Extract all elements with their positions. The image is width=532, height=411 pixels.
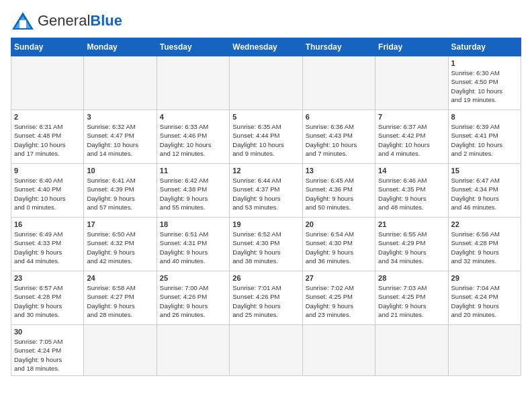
calendar-cell <box>157 56 229 110</box>
calendar-cell: 8Sunrise: 6:39 AM Sunset: 4:41 PM Daylig… <box>448 110 521 164</box>
day-number: 8 <box>451 113 518 121</box>
calendar-cell: 18Sunrise: 6:51 AM Sunset: 4:31 PM Dayli… <box>157 218 229 271</box>
calendar: SundayMondayTuesdayWednesdayThursdayFrid… <box>11 38 521 376</box>
calendar-cell: 2Sunrise: 6:31 AM Sunset: 4:48 PM Daylig… <box>11 110 84 164</box>
calendar-cell: 23Sunrise: 6:57 AM Sunset: 4:28 PM Dayli… <box>11 271 84 325</box>
calendar-cell: 25Sunrise: 7:00 AM Sunset: 4:26 PM Dayli… <box>157 271 229 325</box>
calendar-cell: 20Sunrise: 6:54 AM Sunset: 4:30 PM Dayli… <box>302 218 375 271</box>
day-info: Sunrise: 6:40 AM Sunset: 4:40 PM Dayligh… <box>14 176 81 212</box>
calendar-cell: 27Sunrise: 7:02 AM Sunset: 4:25 PM Dayli… <box>302 271 375 325</box>
calendar-cell <box>375 56 448 110</box>
calendar-cell <box>84 325 157 376</box>
day-info: Sunrise: 6:54 AM Sunset: 4:30 PM Dayligh… <box>306 230 372 265</box>
calendar-cell <box>302 56 375 110</box>
day-info: Sunrise: 6:55 AM Sunset: 4:29 PM Dayligh… <box>378 230 445 265</box>
day-info: Sunrise: 6:49 AM Sunset: 4:33 PM Dayligh… <box>14 230 81 265</box>
day-info: Sunrise: 6:46 AM Sunset: 4:35 PM Dayligh… <box>378 176 445 212</box>
logo-text: GeneralBlue <box>38 13 122 28</box>
weekday-header-monday: Monday <box>84 38 157 56</box>
calendar-cell: 12Sunrise: 6:44 AM Sunset: 4:37 PM Dayli… <box>230 164 302 218</box>
day-info: Sunrise: 6:45 AM Sunset: 4:36 PM Dayligh… <box>306 176 372 212</box>
calendar-cell <box>375 325 448 376</box>
day-info: Sunrise: 6:47 AM Sunset: 4:34 PM Dayligh… <box>451 176 518 212</box>
day-number: 27 <box>306 274 372 282</box>
calendar-cell: 3Sunrise: 6:32 AM Sunset: 4:47 PM Daylig… <box>84 110 157 164</box>
day-info: Sunrise: 7:05 AM Sunset: 4:24 PM Dayligh… <box>14 337 81 373</box>
day-number: 22 <box>451 220 518 228</box>
day-number: 3 <box>87 113 153 121</box>
day-number: 1 <box>451 59 518 67</box>
calendar-cell: 5Sunrise: 6:35 AM Sunset: 4:44 PM Daylig… <box>230 110 302 164</box>
svg-rect-2 <box>19 20 26 28</box>
calendar-cell: 19Sunrise: 6:52 AM Sunset: 4:30 PM Dayli… <box>230 218 302 271</box>
calendar-cell: 10Sunrise: 6:41 AM Sunset: 4:39 PM Dayli… <box>84 164 157 218</box>
weekday-header-saturday: Saturday <box>448 38 521 56</box>
calendar-cell: 4Sunrise: 6:33 AM Sunset: 4:46 PM Daylig… <box>157 110 229 164</box>
day-info: Sunrise: 6:51 AM Sunset: 4:31 PM Dayligh… <box>160 230 226 265</box>
day-number: 19 <box>232 220 299 228</box>
day-info: Sunrise: 7:04 AM Sunset: 4:24 PM Dayligh… <box>451 283 518 319</box>
day-number: 10 <box>87 167 153 175</box>
day-number: 14 <box>378 167 445 175</box>
calendar-cell: 24Sunrise: 6:58 AM Sunset: 4:27 PM Dayli… <box>84 271 157 325</box>
calendar-header-row: SundayMondayTuesdayWednesdayThursdayFrid… <box>11 38 521 56</box>
day-info: Sunrise: 6:52 AM Sunset: 4:30 PM Dayligh… <box>232 230 299 265</box>
day-info: Sunrise: 6:39 AM Sunset: 4:41 PM Dayligh… <box>451 122 518 158</box>
day-info: Sunrise: 6:32 AM Sunset: 4:47 PM Dayligh… <box>87 122 153 158</box>
calendar-cell <box>230 325 302 376</box>
calendar-week-row: 16Sunrise: 6:49 AM Sunset: 4:33 PM Dayli… <box>11 218 521 271</box>
day-info: Sunrise: 6:44 AM Sunset: 4:37 PM Dayligh… <box>232 176 299 212</box>
calendar-cell: 7Sunrise: 6:37 AM Sunset: 4:42 PM Daylig… <box>375 110 448 164</box>
day-number: 17 <box>87 220 153 228</box>
calendar-cell: 26Sunrise: 7:01 AM Sunset: 4:26 PM Dayli… <box>230 271 302 325</box>
day-info: Sunrise: 6:37 AM Sunset: 4:42 PM Dayligh… <box>378 122 445 158</box>
day-number: 5 <box>232 113 299 121</box>
weekday-header-sunday: Sunday <box>11 38 84 56</box>
calendar-cell: 6Sunrise: 6:36 AM Sunset: 4:43 PM Daylig… <box>302 110 375 164</box>
day-number: 2 <box>14 113 81 121</box>
day-number: 4 <box>160 113 226 121</box>
day-number: 20 <box>306 220 372 228</box>
day-number: 29 <box>451 274 518 282</box>
calendar-cell: 1Sunrise: 6:30 AM Sunset: 4:50 PM Daylig… <box>448 56 521 110</box>
logo-icon <box>11 11 35 31</box>
day-number: 16 <box>14 220 81 228</box>
day-info: Sunrise: 6:36 AM Sunset: 4:43 PM Dayligh… <box>306 122 372 158</box>
calendar-cell <box>11 56 84 110</box>
calendar-cell <box>448 325 521 376</box>
day-number: 6 <box>306 113 372 121</box>
calendar-cell: 30Sunrise: 7:05 AM Sunset: 4:24 PM Dayli… <box>11 325 84 376</box>
calendar-cell: 15Sunrise: 6:47 AM Sunset: 4:34 PM Dayli… <box>448 164 521 218</box>
day-info: Sunrise: 6:41 AM Sunset: 4:39 PM Dayligh… <box>87 176 153 212</box>
calendar-cell: 13Sunrise: 6:45 AM Sunset: 4:36 PM Dayli… <box>302 164 375 218</box>
page-header: GeneralBlue <box>11 11 521 31</box>
calendar-cell: 29Sunrise: 7:04 AM Sunset: 4:24 PM Dayli… <box>448 271 521 325</box>
day-number: 7 <box>378 113 445 121</box>
calendar-cell: 16Sunrise: 6:49 AM Sunset: 4:33 PM Dayli… <box>11 218 84 271</box>
day-info: Sunrise: 6:31 AM Sunset: 4:48 PM Dayligh… <box>14 122 81 158</box>
calendar-cell: 9Sunrise: 6:40 AM Sunset: 4:40 PM Daylig… <box>11 164 84 218</box>
day-number: 18 <box>160 220 226 228</box>
day-info: Sunrise: 7:03 AM Sunset: 4:25 PM Dayligh… <box>378 283 445 319</box>
calendar-week-row: 1Sunrise: 6:30 AM Sunset: 4:50 PM Daylig… <box>11 56 521 110</box>
day-info: Sunrise: 6:56 AM Sunset: 4:28 PM Dayligh… <box>451 230 518 265</box>
calendar-week-row: 23Sunrise: 6:57 AM Sunset: 4:28 PM Dayli… <box>11 271 521 325</box>
day-number: 9 <box>14 167 81 175</box>
day-number: 24 <box>87 274 153 282</box>
day-info: Sunrise: 6:42 AM Sunset: 4:38 PM Dayligh… <box>160 176 226 212</box>
day-info: Sunrise: 6:30 AM Sunset: 4:50 PM Dayligh… <box>451 68 518 104</box>
logo: GeneralBlue <box>11 11 122 31</box>
day-number: 11 <box>160 167 226 175</box>
day-info: Sunrise: 7:02 AM Sunset: 4:25 PM Dayligh… <box>306 283 372 319</box>
day-number: 13 <box>306 167 372 175</box>
day-number: 30 <box>14 328 81 336</box>
weekday-header-wednesday: Wednesday <box>230 38 302 56</box>
weekday-header-thursday: Thursday <box>302 38 375 56</box>
calendar-cell: 28Sunrise: 7:03 AM Sunset: 4:25 PM Dayli… <box>375 271 448 325</box>
day-info: Sunrise: 6:57 AM Sunset: 4:28 PM Dayligh… <box>14 283 81 319</box>
calendar-week-row: 9Sunrise: 6:40 AM Sunset: 4:40 PM Daylig… <box>11 164 521 218</box>
weekday-header-friday: Friday <box>375 38 448 56</box>
weekday-header-tuesday: Tuesday <box>157 38 229 56</box>
calendar-cell: 14Sunrise: 6:46 AM Sunset: 4:35 PM Dayli… <box>375 164 448 218</box>
day-info: Sunrise: 7:01 AM Sunset: 4:26 PM Dayligh… <box>232 283 299 319</box>
